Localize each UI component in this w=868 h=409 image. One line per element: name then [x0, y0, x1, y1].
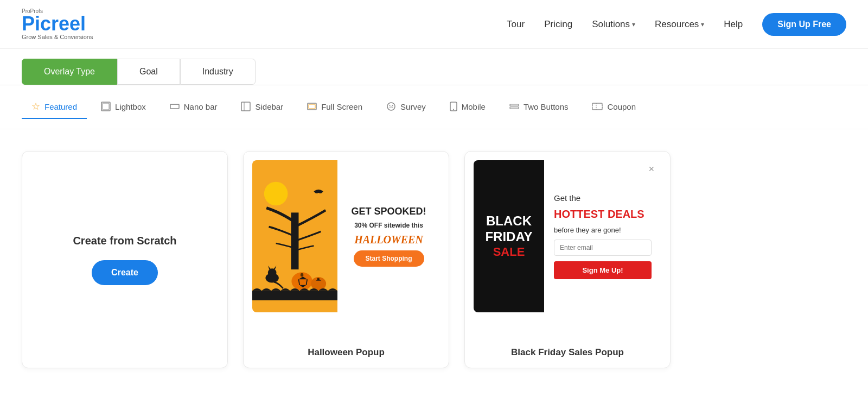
- blackfriday-label: Black Friday Sales Popup: [465, 337, 670, 368]
- filter-survey[interactable]: Survey: [376, 96, 436, 118]
- logo-tagline: Grow Sales & Conversions: [22, 34, 93, 40]
- blackfriday-inner-preview: BLACK FRIDAY SALE ✕ Get the HOTTEST DEAL…: [474, 160, 661, 312]
- halloween-sub: 30% OFF sitewide this: [354, 222, 423, 229]
- svg-point-8: [387, 103, 395, 110]
- svg-point-9: [390, 105, 391, 106]
- svg-rect-14: [510, 107, 519, 109]
- bf-headline: BLACK FRIDAY SALE: [485, 213, 532, 259]
- filter-nanobar[interactable]: Nano bar: [160, 96, 227, 118]
- blackfriday-preview: BLACK FRIDAY SALE ✕ Get the HOTTEST DEAL…: [465, 152, 670, 337]
- halloween-cta-button[interactable]: Start Shopping: [354, 250, 424, 267]
- nav-solutions[interactable]: Solutions ▾: [592, 19, 635, 30]
- create-scratch-title: Create from Scratch: [73, 235, 176, 247]
- tab-overlay-type[interactable]: Overlay Type: [22, 59, 117, 85]
- bf-get-the: Get the: [554, 193, 580, 203]
- bf-email-input[interactable]: [554, 240, 652, 256]
- twobuttons-icon: [509, 102, 519, 111]
- filter-fullscreen[interactable]: Full Screen: [297, 96, 372, 118]
- svg-marker-22: [273, 266, 276, 269]
- fullscreen-icon: [307, 102, 317, 111]
- blackfriday-popup-card: BLACK FRIDAY SALE ✕ Get the HOTTEST DEAL…: [464, 151, 671, 368]
- bf-right-panel: ✕ Get the HOTTEST DEALS before they are …: [544, 160, 661, 312]
- logo-area: ProProfs Picreel Grow Sales & Conversion…: [22, 8, 93, 40]
- sidebar-icon: [241, 102, 251, 111]
- filter-featured[interactable]: ☆ Featured: [22, 95, 87, 119]
- bf-close-icon[interactable]: ✕: [648, 165, 655, 173]
- main-nav: Tour Pricing Solutions ▾ Resources ▾ Hel…: [507, 13, 846, 36]
- svg-point-20: [268, 268, 277, 277]
- tab-industry[interactable]: Industry: [180, 59, 256, 85]
- nav-tour[interactable]: Tour: [507, 19, 525, 30]
- svg-rect-2: [170, 104, 179, 109]
- nav-pricing[interactable]: Pricing: [544, 19, 572, 30]
- svg-rect-4: [241, 102, 250, 111]
- filter-lightbox[interactable]: Lightbox: [91, 96, 156, 118]
- tab-goal[interactable]: Goal: [117, 59, 180, 85]
- survey-icon: [386, 102, 396, 111]
- nav-help[interactable]: Help: [724, 19, 743, 30]
- top-tab-bar: Overlay Type Goal Industry: [0, 49, 868, 85]
- svg-rect-24: [301, 273, 303, 276]
- bf-left-panel: BLACK FRIDAY SALE: [474, 160, 544, 312]
- halloween-holiday: HALLOWEEN: [354, 234, 423, 246]
- svg-rect-32: [252, 291, 337, 300]
- picreel-logo: Picreel: [22, 14, 93, 34]
- halloween-left-panel: [252, 160, 337, 312]
- svg-point-12: [453, 109, 454, 110]
- bf-cta-button[interactable]: Sign Me Up!: [554, 261, 652, 279]
- svg-marker-21: [268, 266, 271, 269]
- halloween-inner-preview: GET SPOOKED! 30% OFF sitewide this HALLO…: [252, 160, 440, 312]
- halloween-right-panel: GET SPOOKED! 30% OFF sitewide this HALLO…: [337, 160, 440, 312]
- nav-resources[interactable]: Resources ▾: [655, 19, 704, 30]
- filter-twobuttons[interactable]: Two Buttons: [500, 96, 578, 118]
- filter-sidebar[interactable]: Sidebar: [231, 96, 293, 118]
- mobile-icon: [450, 102, 457, 111]
- create-button[interactable]: Create: [92, 260, 158, 285]
- resources-dropdown-icon: ▾: [701, 21, 704, 28]
- halloween-label: Halloween Popup: [244, 337, 449, 368]
- create-from-scratch-card: Create from Scratch Create: [22, 151, 228, 368]
- halloween-title: GET SPOOKED!: [351, 206, 426, 217]
- header: ProProfs Picreel Grow Sales & Conversion…: [0, 0, 868, 49]
- halloween-popup-card: GET SPOOKED! 30% OFF sitewide this HALLO…: [243, 151, 449, 368]
- bf-hottest: HOTTEST DEALS: [554, 208, 644, 221]
- solutions-dropdown-icon: ▾: [632, 21, 635, 28]
- star-icon: ☆: [31, 100, 40, 112]
- svg-point-17: [317, 190, 320, 193]
- filter-mobile[interactable]: Mobile: [440, 96, 495, 118]
- templates-grid: Create from Scratch Create: [0, 129, 868, 390]
- filter-coupon[interactable]: Coupon: [582, 97, 646, 118]
- svg-rect-13: [510, 104, 519, 106]
- nanobar-icon: [170, 102, 180, 111]
- coupon-icon: [592, 103, 603, 110]
- halloween-preview: GET SPOOKED! 30% OFF sitewide this HALLO…: [244, 152, 449, 337]
- svg-point-10: [392, 105, 393, 106]
- filter-tab-bar: ☆ Featured Lightbox Nano bar Sidebar Ful…: [0, 85, 868, 129]
- svg-rect-1: [103, 103, 109, 110]
- svg-point-16: [264, 182, 288, 206]
- svg-rect-7: [309, 104, 315, 109]
- lightbox-icon: [101, 102, 111, 111]
- bf-before: before they are gone!: [554, 226, 621, 234]
- signup-button[interactable]: Sign Up Free: [762, 13, 846, 36]
